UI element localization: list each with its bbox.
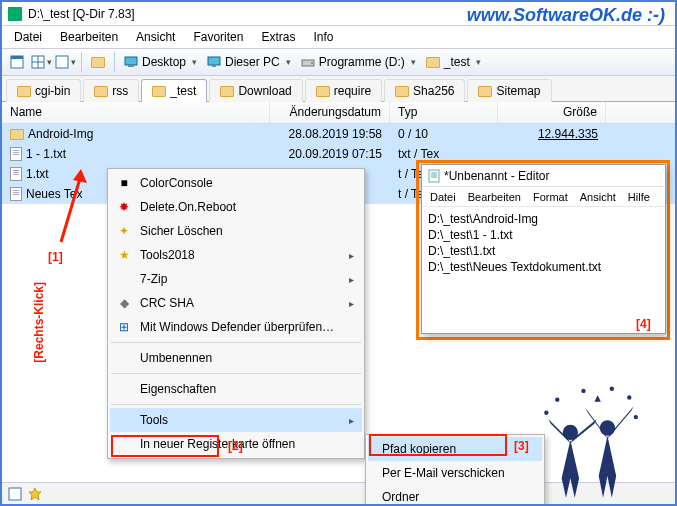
- svg-rect-9: [212, 65, 216, 67]
- tab-require[interactable]: require: [305, 79, 382, 102]
- drop-thispc[interactable]: Dieser PC: [203, 51, 295, 73]
- folder-icon: [220, 86, 234, 97]
- col-name[interactable]: Name: [2, 102, 270, 123]
- tab-rss[interactable]: rss: [83, 79, 139, 102]
- svg-point-20: [555, 397, 559, 401]
- notepad-titlebar[interactable]: *Unbenannt - Editor: [422, 165, 665, 187]
- svg-point-19: [600, 420, 615, 435]
- menu-datei[interactable]: Datei: [6, 28, 50, 46]
- menubar: Datei Bearbeiten Ansicht Favoriten Extra…: [2, 26, 675, 48]
- folder-icon: [478, 86, 492, 97]
- tab-strip: cgi-bin rss _test Download require Sha25…: [2, 76, 675, 102]
- secure-delete-icon: ✦: [116, 223, 132, 239]
- menu-bearbeiten[interactable]: Bearbeiten: [52, 28, 126, 46]
- notepad-icon: [428, 169, 440, 183]
- star-icon[interactable]: [28, 487, 42, 501]
- ctx-sicher-loeschen[interactable]: ✦Sicher Löschen: [110, 219, 362, 243]
- tab-cgi-bin[interactable]: cgi-bin: [6, 79, 81, 102]
- list-item[interactable]: 1 - 1.txt 20.09.2019 07:15 txt / Tex: [2, 144, 675, 164]
- folder-icon: [17, 86, 31, 97]
- drop-folder-label: _test: [444, 55, 470, 69]
- ctx-colorconsole[interactable]: ■ColorConsole: [110, 171, 362, 195]
- drop-drive[interactable]: Programme (D:): [297, 51, 420, 73]
- celebration-icon: [535, 380, 645, 500]
- svg-rect-7: [128, 65, 134, 67]
- ctx-umbenennen[interactable]: Umbenennen: [110, 346, 362, 370]
- ctx-crc-sha[interactable]: ◆CRC SHA: [110, 291, 362, 315]
- folder-icon: [316, 86, 330, 97]
- pane-button[interactable]: [54, 51, 76, 73]
- notepad-title: *Unbenannt - Editor: [444, 169, 549, 183]
- list-item[interactable]: Android-Img 28.08.2019 19:58 0 / 10 12.9…: [2, 124, 675, 144]
- ctx-7zip[interactable]: 7-Zip: [110, 267, 362, 291]
- new-window-button[interactable]: [6, 51, 28, 73]
- menu-info[interactable]: Info: [305, 28, 341, 46]
- np-menu-datei[interactable]: Datei: [424, 190, 462, 204]
- notepad-menubar: Datei Bearbeiten Format Ansicht Hilfe: [422, 187, 665, 207]
- tab-sha256[interactable]: Sha256: [384, 79, 465, 102]
- col-date[interactable]: Änderungsdatum: [270, 102, 390, 123]
- tab-test[interactable]: _test: [141, 79, 207, 102]
- separator: [111, 373, 361, 374]
- annotation-label-4: [4]: [636, 317, 651, 331]
- layout-button[interactable]: [30, 51, 52, 73]
- notepad-content[interactable]: D:\_test\Android-Img D:\_test\1 - 1.txt …: [422, 207, 665, 279]
- menu-favoriten[interactable]: Favoriten: [185, 28, 251, 46]
- app-icon: [8, 7, 22, 21]
- annotation-label-1: [1]: [48, 250, 63, 264]
- menu-ansicht[interactable]: Ansicht: [128, 28, 183, 46]
- context-menu: ■ColorConsole ✸Delete.On.Reboot ✦Sicher …: [107, 168, 365, 459]
- window-title: D:\_test [Q-Dir 7.83]: [28, 7, 135, 21]
- svg-rect-8: [208, 57, 220, 65]
- folder-icon: [94, 86, 108, 97]
- np-menu-ansicht[interactable]: Ansicht: [574, 190, 622, 204]
- drive-icon: [301, 57, 315, 67]
- ctx-tools2018[interactable]: ★Tools2018: [110, 243, 362, 267]
- drop-folder[interactable]: _test: [422, 51, 485, 73]
- svg-point-24: [544, 411, 548, 415]
- explorer-button[interactable]: [87, 51, 109, 73]
- separator: [111, 404, 361, 405]
- np-menu-hilfe[interactable]: Hilfe: [622, 190, 656, 204]
- shield-icon: ⊞: [116, 319, 132, 335]
- crc-icon: ◆: [116, 295, 132, 311]
- svg-point-21: [581, 389, 585, 393]
- tab-download[interactable]: Download: [209, 79, 302, 102]
- text-file-icon: [10, 147, 22, 161]
- star-icon: ★: [116, 247, 132, 263]
- annotation-label-3: [3]: [514, 439, 529, 453]
- pane-icon[interactable]: [8, 487, 22, 501]
- np-menu-format[interactable]: Format: [527, 190, 574, 204]
- annotation-label-rightclick: [Rechts-Klick]: [32, 282, 46, 363]
- ctx-email-verschicken[interactable]: Per E-Mail verschicken: [368, 461, 542, 485]
- svg-point-25: [634, 415, 638, 419]
- np-menu-bearbeiten[interactable]: Bearbeiten: [462, 190, 527, 204]
- drop-drive-label: Programme (D:): [319, 55, 405, 69]
- svg-point-11: [311, 62, 313, 64]
- ctx-ordner[interactable]: Ordner: [368, 485, 542, 506]
- ctx-tools[interactable]: Tools: [110, 408, 362, 432]
- folder-icon: [395, 86, 409, 97]
- annotation-label-2: [2]: [228, 439, 243, 453]
- drop-desktop[interactable]: Desktop: [120, 51, 201, 73]
- separator: [111, 342, 361, 343]
- watermark: www.SoftwareOK.de :-): [467, 5, 665, 26]
- svg-point-23: [627, 395, 631, 399]
- tab-sitemap[interactable]: Sitemap: [467, 79, 551, 102]
- text-file-icon: [10, 187, 22, 201]
- ctx-delete-on-reboot[interactable]: ✸Delete.On.Reboot: [110, 195, 362, 219]
- ctx-eigenschaften[interactable]: Eigenschaften: [110, 377, 362, 401]
- ctx-defender[interactable]: ⊞Mit Windows Defender überprüfen…: [110, 315, 362, 339]
- svg-marker-17: [73, 169, 87, 183]
- svg-point-22: [610, 387, 614, 391]
- col-type[interactable]: Typ: [390, 102, 498, 123]
- folder-icon: [10, 129, 24, 140]
- app-icon: ■: [116, 175, 132, 191]
- notepad-window[interactable]: *Unbenannt - Editor Datei Bearbeiten For…: [421, 164, 666, 334]
- col-size[interactable]: Größe: [498, 102, 606, 123]
- drop-desktop-label: Desktop: [142, 55, 186, 69]
- folder-icon: [152, 86, 166, 97]
- menu-extras[interactable]: Extras: [253, 28, 303, 46]
- thispc-icon: [207, 56, 221, 68]
- delete-icon: ✸: [116, 199, 132, 215]
